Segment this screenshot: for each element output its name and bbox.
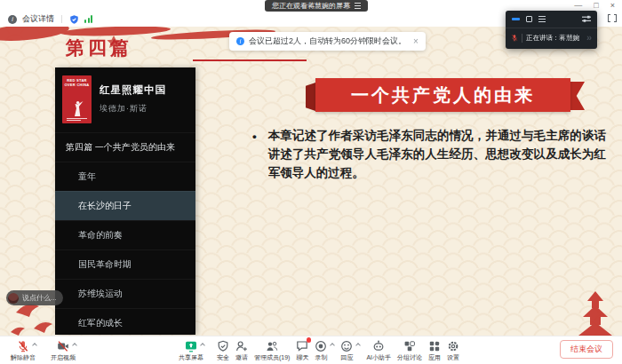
chevron-up-icon[interactable]: [200, 343, 205, 348]
share-screen-button[interactable]: 共享屏幕: [179, 339, 203, 362]
chevron-up-icon[interactable]: [331, 343, 336, 348]
meeting-app-window: 您正在观看蒋慧婉的屏幕 — □ × i 会议详情: [0, 0, 622, 364]
notification-close-button[interactable]: ×: [413, 36, 419, 46]
invite-button[interactable]: 邀请: [235, 339, 248, 362]
shield-icon: [217, 340, 229, 352]
window-minimize-button[interactable]: —: [574, 1, 582, 10]
breakout-groups-icon: [403, 340, 416, 352]
collapse-chevrons-icon[interactable]: »: [586, 33, 592, 43]
toc-item-changsha-days[interactable]: 在长沙的日子: [55, 191, 195, 220]
slide-banner-ribbon: 一个共产党人的由来: [306, 75, 585, 115]
share-screen-icon: [185, 340, 197, 352]
unmute-button[interactable]: 解除静音: [11, 339, 36, 362]
apps-grid-icon: [428, 340, 441, 352]
bugler-silhouette-icon: [66, 91, 87, 118]
avatar: [8, 293, 19, 304]
ai-robot-icon: [372, 340, 385, 352]
toc-item-national-revolution[interactable]: 国民革命时期: [55, 249, 195, 279]
decorative-rule: [193, 59, 307, 61]
record-button[interactable]: 录制: [315, 339, 327, 362]
watching-screen-text: 您正在观看蒋慧婉的屏幕: [272, 1, 350, 11]
chat-button[interactable]: 聊天: [296, 339, 308, 362]
mic-muted-icon: [17, 340, 29, 352]
hamburger-icon[interactable]: [355, 3, 361, 9]
network-signal-icon[interactable]: [84, 15, 92, 23]
chevron-up-icon[interactable]: [72, 343, 77, 348]
manage-members-button[interactable]: 管理成员(19): [254, 339, 290, 362]
camera-off-icon: [57, 340, 69, 352]
breakout-rooms-button[interactable]: 分组讨论: [397, 339, 422, 362]
panel-list-view-icon[interactable]: [538, 16, 546, 22]
security-shield-icon[interactable]: [69, 14, 79, 25]
toc-item-soviet-movement[interactable]: 苏维埃运动: [55, 279, 195, 308]
ai-assistant-button[interactable]: AI小助手: [366, 339, 391, 362]
panel-minimize-icon[interactable]: [512, 18, 520, 20]
toc-header[interactable]: 第四篇 一个共产党员的由来: [55, 132, 195, 162]
toc-item-childhood[interactable]: 童年: [55, 162, 195, 191]
book-author: 埃德加·斯诺: [100, 103, 166, 115]
bullet-marker: •: [252, 127, 257, 183]
divider: [61, 15, 62, 23]
book-title: 红星照耀中国: [100, 83, 166, 97]
meeting-details-button[interactable]: 会议详情: [22, 13, 54, 25]
security-button[interactable]: 安全: [217, 339, 229, 362]
end-meeting-button[interactable]: 结束会议: [560, 340, 613, 359]
apps-button[interactable]: 应用: [428, 339, 441, 362]
muted-mic-icon: [511, 33, 518, 43]
video-float-panel[interactable]: 正在讲话：蒋慧婉 »: [506, 11, 597, 49]
slide-body-text: 本章记述了作者采访毛泽东同志的情况，并通过与毛主席的谈话讲述了共产党领导人毛泽东…: [268, 127, 606, 183]
watching-screen-banner: 您正在观看蒋慧婉的屏幕: [265, 0, 368, 12]
slide-section-title: 第四篇: [66, 36, 132, 60]
window-close-button[interactable]: ×: [610, 1, 615, 10]
record-icon: [315, 340, 327, 352]
cover-title-line2: OVER CHINA: [62, 83, 92, 87]
info-icon: i: [8, 15, 17, 24]
cover-fineprint: [67, 118, 87, 122]
panel-grid-view-icon[interactable]: [526, 16, 532, 22]
meeting-toolbar: 解除静音 开启视频: [0, 336, 622, 364]
slide-body-paragraph: • 本章记述了作者采访毛泽东同志的情况，并通过与毛主席的谈话讲述了共产党领导人毛…: [252, 127, 606, 183]
chat-unread-badge: [307, 337, 312, 343]
chevron-up-icon[interactable]: [32, 343, 37, 348]
slide-banner-title: 一个共产党人的由来: [315, 78, 570, 112]
chat-placeholder: 说点什么...: [22, 293, 57, 303]
members-icon: [266, 340, 278, 352]
book-cover: RED STAR OVER CHINA: [62, 75, 92, 123]
chevron-up-icon[interactable]: [356, 343, 362, 348]
slide-sidebar: RED STAR OVER CHINA 红星照耀中国 埃德加·斯诺 第四篇 一个…: [55, 67, 195, 335]
reactions-button[interactable]: 回应: [340, 339, 353, 362]
settings-button[interactable]: 设置: [447, 339, 459, 362]
meeting-notification: i 会议已超过2人，自动转为60分钟限时会议。 ×: [229, 32, 426, 51]
window-maximize-button[interactable]: □: [594, 1, 598, 10]
gear-icon: [447, 340, 459, 352]
toc-item-prelude-revolution[interactable]: 革命的前奏: [55, 220, 195, 249]
book-header: RED STAR OVER CHINA 红星照耀中国 埃德加·斯诺: [55, 67, 195, 132]
start-video-button[interactable]: 开启视频: [51, 339, 76, 362]
toc-item-red-army-growth[interactable]: 红军的成长: [55, 308, 195, 335]
speaking-indicator: 正在讲话：蒋慧婉: [526, 34, 579, 43]
fullscreen-brackets-icon[interactable]: [608, 14, 617, 22]
invite-person-icon: [235, 340, 248, 352]
info-icon: i: [236, 37, 244, 45]
shared-screen-slide: 第四篇 i 会议已超过2人，自动转为60分钟限时会议。 × RED STAR O…: [0, 27, 622, 336]
quick-chat-input[interactable]: 说点什么...: [6, 290, 63, 305]
smiley-reaction-icon: [340, 340, 353, 352]
panel-layout-settings-icon[interactable]: [582, 15, 591, 23]
notification-text: 会议已超过2人，自动转为60分钟限时会议。: [249, 36, 406, 47]
